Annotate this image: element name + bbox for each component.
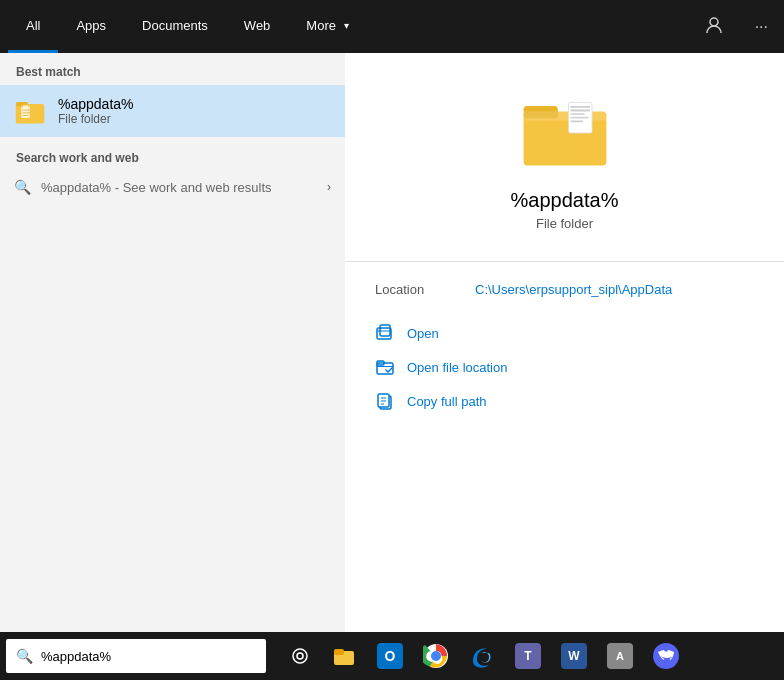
tab-more[interactable]: More ▾: [288, 0, 367, 53]
tab-all[interactable]: All: [8, 0, 58, 53]
taskbar-edge[interactable]: [460, 634, 504, 678]
location-row: Location C:\Users\erpsupport_sipl\AppDat…: [345, 282, 784, 297]
left-panel: Best match %appdata% File folder Sea: [0, 53, 345, 632]
start-menu: All Apps Documents Web More ▾ ···: [0, 0, 784, 632]
best-match-subtitle: File folder: [58, 112, 134, 126]
taskbar-search-bar[interactable]: 🔍 %appdata%: [6, 639, 266, 673]
taskbar-search-text: %appdata%: [41, 649, 111, 664]
svg-rect-17: [377, 328, 391, 339]
taskbar-center: O T: [280, 634, 688, 678]
top-nav: All Apps Documents Web More ▾ ···: [0, 0, 784, 53]
open-file-location-action[interactable]: Open file location: [375, 355, 754, 379]
taskbar-chrome[interactable]: [414, 634, 458, 678]
taskbar: 🔍 %appdata% O: [0, 632, 784, 680]
search-work-web-label: Search work and web: [0, 137, 345, 171]
location-path-link[interactable]: C:\Users\erpsupport_sipl\AppData: [475, 282, 672, 297]
detail-subtitle: File folder: [536, 216, 593, 231]
open-file-location-label: Open file location: [407, 360, 507, 375]
svg-rect-12: [570, 110, 590, 112]
detail-title: %appdata%: [511, 189, 619, 212]
nav-right-icons: ···: [697, 8, 776, 46]
svg-rect-11: [570, 106, 590, 108]
search-glass-icon: 🔍: [14, 179, 31, 195]
svg-rect-16: [523, 111, 606, 120]
taskbar-word[interactable]: W: [552, 634, 596, 678]
best-match-label: Best match: [0, 53, 345, 85]
tab-apps[interactable]: Apps: [58, 0, 124, 53]
svg-point-27: [297, 653, 303, 659]
svg-rect-15: [570, 120, 583, 122]
taskbar-teams[interactable]: T: [506, 634, 550, 678]
tab-web[interactable]: Web: [226, 0, 289, 53]
divider: [345, 261, 784, 262]
svg-point-0: [710, 18, 718, 26]
open-action[interactable]: Open: [375, 321, 754, 345]
svg-point-32: [432, 652, 440, 660]
taskbar-discord[interactable]: [644, 634, 688, 678]
content-area: Best match %appdata% File folder Sea: [0, 53, 784, 632]
best-match-text: %appdata% File folder: [58, 96, 134, 126]
folder-icon-large: [520, 93, 610, 173]
svg-rect-29: [334, 649, 344, 655]
best-match-item[interactable]: %appdata% File folder: [0, 85, 345, 137]
open-file-location-icon: [375, 357, 395, 377]
svg-point-33: [662, 654, 665, 657]
svg-point-34: [667, 654, 670, 657]
open-icon: [375, 323, 395, 343]
account-icon[interactable]: [697, 8, 731, 46]
taskbar-file-explorer[interactable]: [322, 634, 366, 678]
taskbar-search-icon: 🔍: [16, 648, 33, 664]
copy-path-icon: [375, 391, 395, 411]
more-options-icon[interactable]: ···: [747, 10, 776, 44]
location-label: Location: [375, 282, 475, 297]
svg-point-26: [293, 649, 307, 663]
svg-rect-4: [23, 105, 28, 118]
open-label: Open: [407, 326, 439, 341]
taskbar-outlook[interactable]: O: [368, 634, 412, 678]
right-panel: %appdata% File folder Location C:\Users\…: [345, 53, 784, 632]
taskbar-extra-app[interactable]: A: [598, 634, 642, 678]
copy-full-path-label: Copy full path: [407, 394, 487, 409]
web-search-item[interactable]: 🔍 %appdata% - See work and web results ›: [0, 171, 345, 203]
folder-icon-small: [14, 95, 46, 127]
chevron-right-icon: ›: [327, 180, 331, 194]
action-list: Open Open file location: [345, 321, 784, 413]
web-search-text: %appdata% - See work and web results: [41, 180, 272, 195]
taskbar-task-view[interactable]: [280, 636, 320, 676]
copy-full-path-action[interactable]: Copy full path: [375, 389, 754, 413]
tab-documents[interactable]: Documents: [124, 0, 226, 53]
chevron-down-icon: ▾: [344, 20, 349, 31]
best-match-title: %appdata%: [58, 96, 134, 112]
